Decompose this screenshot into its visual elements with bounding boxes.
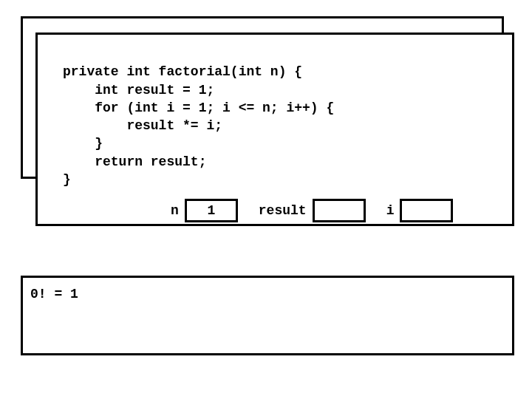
var-n-label: n — [171, 203, 179, 218]
var-result-value — [313, 199, 366, 222]
output-console: 0! = 1 — [21, 276, 514, 355]
var-i-value — [400, 199, 453, 222]
call-stack-front-frame: private int factorial(int n) { int resul… — [35, 33, 514, 226]
code-line-2: int result = 1; — [63, 83, 214, 98]
code-block: private int factorial(int n) { int resul… — [63, 45, 502, 188]
code-line-1: private int factorial(int n) { — [63, 64, 302, 79]
var-result-label: result — [259, 203, 307, 218]
code-line-7: } — [63, 172, 71, 187]
code-line-6: return result; — [63, 154, 206, 169]
output-line-1: 0! = 1 — [30, 287, 505, 301]
var-n-value: 1 — [185, 199, 238, 222]
code-line-5: } — [63, 136, 103, 151]
variable-row: n 1 result i — [171, 199, 502, 222]
var-i-label: i — [386, 203, 395, 218]
code-line-4: result *= i; — [63, 118, 222, 133]
code-line-3: for (int i = 1; i <= n; i++) { — [63, 100, 334, 115]
